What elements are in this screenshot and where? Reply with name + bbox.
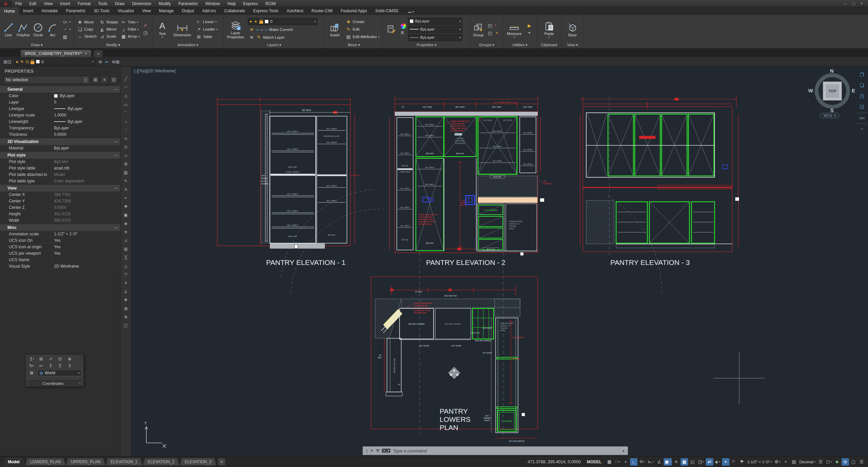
layout-tab-model[interactable]: Model xyxy=(3,458,25,466)
match-properties-button[interactable] xyxy=(385,23,399,35)
move-gizmo-icon[interactable] xyxy=(448,367,460,379)
ribbon-tab-solid-cim3d[interactable]: Solid-CIM3D xyxy=(371,7,403,15)
ortho-icon[interactable]: ∟ xyxy=(630,458,638,466)
new-layout-button[interactable]: + xyxy=(218,459,225,465)
toolbar-icon-25[interactable]: ∠ xyxy=(122,288,130,295)
toolbar-icon-18[interactable]: ≋ xyxy=(122,228,130,236)
pan-icon[interactable]: ❏ xyxy=(858,81,866,89)
rectangle-button[interactable]: ▭▾ xyxy=(61,18,72,25)
viewcube-east[interactable]: E xyxy=(852,88,855,93)
toolbar-icon-0[interactable]: ╱ xyxy=(122,75,130,83)
property-section-general[interactable]: General– xyxy=(0,86,120,93)
quick-select-button[interactable]: ▶ xyxy=(525,22,533,29)
erase-button[interactable]: ✐ xyxy=(142,22,149,29)
ribbon-options-icon[interactable]: ▬ ▾ xyxy=(408,10,414,15)
property-value[interactable]: 284.7761 xyxy=(51,192,120,198)
edit-attributes-button[interactable]: ▤Edit Attributes▾ xyxy=(345,33,381,40)
layer-quick-combo[interactable]: ● ☀ ⊡ 0 ∨ xyxy=(14,58,95,66)
insert-block-button[interactable]: Insert xyxy=(327,21,343,37)
linear-dimension-button[interactable]: ⊢Linear▾ xyxy=(195,18,219,25)
menu-item-window[interactable]: Window xyxy=(202,0,224,7)
toolbar-icon-8[interactable]: ⊙ xyxy=(122,143,130,151)
collapse-icon[interactable]: – xyxy=(114,225,117,230)
ucs-tool-icon-0[interactable]: ↥▾ xyxy=(28,356,35,362)
edit-block-button[interactable]: ✎Edit xyxy=(345,26,381,33)
make-current-button[interactable]: ≋▱▱▱ Make Current xyxy=(248,26,317,33)
rotate-button[interactable]: ↻Rotate xyxy=(98,19,119,25)
ucs-tool-icon-9[interactable]: 3 xyxy=(66,363,73,369)
drawing-area[interactable]: [-][Top][2D Wireframe] xyxy=(131,67,868,456)
property-value[interactable]: ByLayer xyxy=(51,106,120,112)
command-line[interactable]: ⣿ ✕ ⚒ >_ ▾ Type a command ▲ xyxy=(363,446,628,455)
menu-item-format[interactable]: Format xyxy=(74,0,94,7)
transparency-icon[interactable]: ▩ xyxy=(681,458,688,466)
collapse-icon[interactable]: – xyxy=(114,87,117,92)
graphics-performance-icon[interactable]: ⊘ xyxy=(842,458,849,466)
ribbon-tab-manage[interactable]: Manage xyxy=(155,7,178,15)
property-value[interactable]: 0.0000 xyxy=(51,204,120,211)
lineweight-icon[interactable]: ≡ xyxy=(672,458,680,466)
viewcube-west[interactable]: W xyxy=(808,88,813,93)
wcs-menu[interactable]: WCS▾ xyxy=(820,113,839,118)
command-line-grip[interactable]: ⣿ xyxy=(366,449,368,453)
ribbon-tab-featured-apps[interactable]: Featured Apps xyxy=(337,7,371,15)
layout-tab-uppers-plan[interactable]: UPPERS_PLAN xyxy=(66,458,105,466)
property-value[interactable]: 0.0000 xyxy=(51,131,120,138)
object-snap-icon[interactable]: ▣▾ xyxy=(664,458,672,466)
property-value[interactable]: ByLayer xyxy=(51,125,120,131)
toolbar-icon-27[interactable]: ◍ xyxy=(122,305,130,312)
toolbar-icon-10[interactable]: ⊞ xyxy=(122,160,130,168)
zoom-extents-icon[interactable]: ◳ xyxy=(858,92,866,100)
annotation-scale-button[interactable]: 1-1/2" = 1'-0"▾ xyxy=(746,458,773,466)
units-ruler-icon[interactable]: ▤ xyxy=(790,458,798,466)
window-button-1[interactable]: ▢ xyxy=(852,1,855,6)
property-section-3d-visualization[interactable]: 3D Visualization– xyxy=(0,138,120,145)
3d-object-snap-icon[interactable]: ◳▾ xyxy=(697,458,705,466)
ellipse-button[interactable]: ◔▾ xyxy=(61,26,72,33)
text-button[interactable]: A Text▾ xyxy=(155,20,170,39)
ungroup-button[interactable]: ◰✕ xyxy=(486,22,501,29)
property-value[interactable]: ByLayer xyxy=(51,119,120,125)
previous-layer-icon[interactable]: ⇜ xyxy=(105,59,109,65)
measure-button[interactable]: Measure▾ xyxy=(505,20,523,39)
ucs-tool-icon-1[interactable]: ⊞ xyxy=(37,356,45,362)
collapse-icon[interactable]: – xyxy=(114,139,117,144)
toolbar-icon-5[interactable]: ○ xyxy=(122,118,130,125)
menu-item-dimension[interactable]: Dimension xyxy=(128,0,155,7)
property-section-view[interactable]: View– xyxy=(0,184,120,192)
layout-tab-elevation-2[interactable]: ELEVATION_2 xyxy=(143,458,179,466)
selection-filter-icon[interactable]: ◈▾ xyxy=(714,458,721,466)
ribbon-tab-3d-tools[interactable]: 3D Tools xyxy=(90,7,113,15)
move-button[interactable]: ✥Move xyxy=(76,19,97,25)
menu-item-insert[interactable]: Insert xyxy=(56,0,74,7)
toolbar-icon-16[interactable]: ▣ xyxy=(122,211,130,219)
annotation-visibility-icon[interactable]: ⚐ xyxy=(730,458,738,466)
property-value[interactable]: 1.0000 xyxy=(51,112,120,118)
toolbar-icon-17[interactable]: ◈ xyxy=(122,220,130,227)
view-cube[interactable]: N W E S TOP WCS▾ xyxy=(810,69,854,124)
toolbar-icon-4[interactable]: ⌒ xyxy=(122,109,130,117)
property-value[interactable]: Yes xyxy=(51,237,120,244)
groups-panel-label[interactable]: Groups ▾ xyxy=(470,42,503,48)
ribbon-tab-parametric[interactable]: Parametric xyxy=(62,7,90,15)
layer-properties-button[interactable]: Layer Properties xyxy=(225,19,246,39)
match-layer-button[interactable]: ≋✎ Match Layer xyxy=(248,34,317,41)
explode-button[interactable]: ◳ xyxy=(142,30,149,36)
create-block-button[interactable]: ❖Create xyxy=(345,18,381,25)
property-value[interactable]: 1-1/2" = 1'-0" xyxy=(51,231,120,237)
isodraft-icon[interactable]: ⋋▾ xyxy=(646,458,655,466)
show-motion-icon[interactable]: ▭ xyxy=(857,123,867,131)
workspace-gear-icon[interactable]: ⚙▾ xyxy=(773,458,781,466)
toolbar-icon-2[interactable]: ◇ xyxy=(122,92,130,100)
ucs-tool-icon-10[interactable]: ⊠ xyxy=(28,370,35,376)
utilities-panel-label[interactable]: Utilities ▾ xyxy=(503,42,537,48)
property-value[interactable]: Model xyxy=(51,172,120,178)
block-panel-label[interactable]: Block ▾ xyxy=(325,42,383,48)
lineweight-combo[interactable]: ByLayer▾ xyxy=(408,26,462,33)
fillet-button[interactable]: ╭Fillet▾ xyxy=(119,26,141,33)
lock-ui-icon[interactable]: ◻▾ xyxy=(825,458,833,466)
ribbon-tab-add-ins[interactable]: Add-ins xyxy=(198,7,220,15)
property-section-plot-style[interactable]: Plot style– xyxy=(0,151,120,159)
group-edit-button[interactable]: ◰✎ xyxy=(486,30,501,36)
layers-state-icon[interactable]: ≣⊡ xyxy=(3,59,11,65)
